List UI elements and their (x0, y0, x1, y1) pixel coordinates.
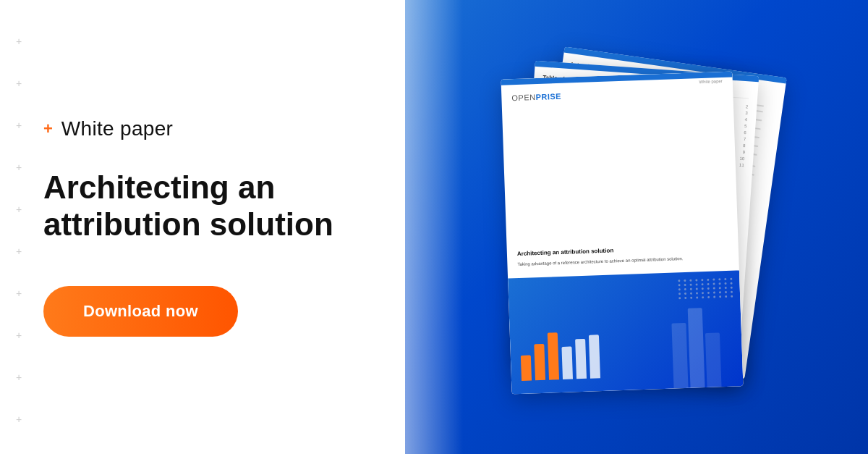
grid-plus: + (16, 78, 22, 88)
document-front: White paper OPEN PRISE Architecting an a… (501, 71, 744, 394)
bar-6 (589, 335, 600, 378)
grid-plus: + (16, 288, 22, 298)
grid-plus: + (16, 330, 22, 340)
page-title: Architecting an attribution solution (43, 169, 376, 243)
grid-plus: + (16, 36, 22, 46)
bar-2 (534, 343, 545, 379)
white-paper-label: + White paper (43, 117, 405, 140)
grid-plus: + (16, 414, 22, 424)
grid-plus: + (16, 372, 22, 382)
content-area: + White paper Architecting an attributio… (43, 117, 405, 337)
orange-plus-icon: + (43, 119, 53, 138)
download-button[interactable]: Download now (43, 286, 238, 337)
bar-3 (548, 332, 559, 379)
document-stack: Introduction revenue teams. Effective (485, 46, 788, 408)
grid-plus: + (16, 204, 22, 214)
bar-1 (521, 355, 532, 380)
tall-bars (671, 307, 722, 388)
bar-5 (575, 338, 587, 378)
badge-label: White paper (61, 117, 173, 140)
logo-open: OPEN (511, 93, 536, 102)
cover-blue-section (508, 270, 743, 394)
cover-body: Architecting an attribution solution Tak… (506, 235, 739, 274)
left-panel: + + + + + + + + + + + White paper Archit… (0, 0, 405, 454)
openprise-logo: OPEN PRISE (511, 86, 723, 102)
doc-white-paper-tag: White paper (699, 79, 723, 84)
dot-grid-pattern (678, 277, 734, 299)
logo-prise: PRISE (535, 91, 561, 101)
grid-plus: + (16, 162, 22, 172)
main-container: + + + + + + + + + + + White paper Archit… (0, 0, 868, 454)
grid-plus: + (16, 120, 22, 130)
bar-4 (561, 346, 573, 379)
grid-plus: + (16, 246, 22, 256)
right-panel: Introduction revenue teams. Effective (405, 0, 868, 454)
